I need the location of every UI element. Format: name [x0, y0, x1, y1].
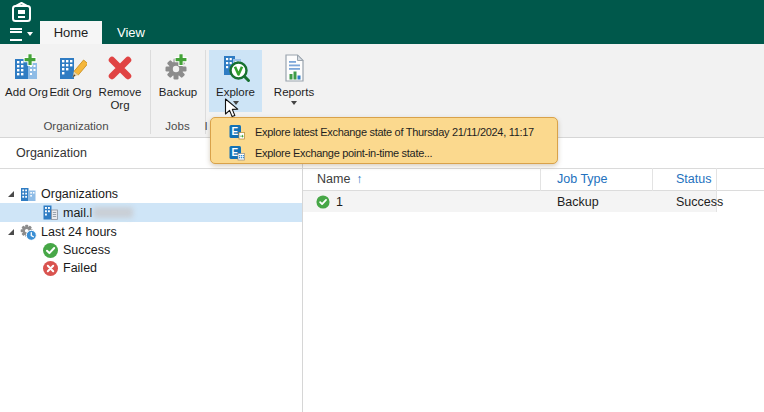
tree-item-mail-org[interactable]: mail.l	[0, 203, 302, 222]
success-icon	[42, 242, 59, 259]
titlebar: Home View	[0, 0, 764, 44]
chevron-down-icon	[27, 32, 33, 36]
row-success-icon	[316, 195, 330, 209]
redacted-text	[93, 207, 133, 218]
backup-label: Backup	[159, 86, 197, 99]
tree-item-label: Failed	[63, 261, 97, 275]
main-menu-button[interactable]	[10, 26, 36, 42]
tree-item-success[interactable]: Success	[0, 241, 302, 259]
edit-org-button[interactable]: Edit Org	[49, 50, 92, 112]
reports-icon	[278, 52, 310, 84]
sidebar-splitter[interactable]	[302, 139, 303, 412]
explore-dropdown-menu: E Explore latest Exchange state of Thurs…	[210, 117, 558, 164]
edit-org-icon	[55, 52, 87, 84]
column-header-name[interactable]: Name↑	[317, 172, 362, 186]
remove-org-label: Remove Org	[94, 86, 146, 112]
failed-icon	[42, 260, 59, 277]
tree-item-label: Organizations	[41, 187, 118, 201]
add-org-label: Add Org	[5, 86, 48, 99]
hamburger-icon	[10, 28, 22, 41]
menu-item-explore-latest[interactable]: E Explore latest Exchange state of Thurs…	[221, 122, 551, 141]
reports-label: Reports	[274, 86, 314, 99]
app-window: Home View Add Org	[0, 0, 764, 412]
remove-org-button[interactable]: Remove Org	[94, 50, 146, 112]
remove-org-icon	[104, 52, 136, 84]
tab-home-label: Home	[54, 25, 89, 40]
panel-divider	[0, 168, 764, 169]
menu-item-explore-point-in-time[interactable]: E Explore Exchange point-in-time state..…	[221, 143, 551, 162]
tree-item-label: mail.l	[63, 206, 92, 220]
group-label-organization: Organization	[4, 120, 148, 135]
column-header-job-type[interactable]: Job Type	[557, 172, 608, 186]
backup-button[interactable]: Backup	[153, 50, 203, 112]
tab-view[interactable]: View	[102, 21, 160, 44]
organization-icon	[42, 204, 59, 221]
explore-icon	[220, 52, 252, 84]
organizations-icon	[20, 186, 37, 203]
exchange-point-in-time-icon: E	[229, 145, 245, 161]
sidebar-header: Organization	[16, 146, 87, 160]
cell-name: 1	[336, 195, 343, 209]
tab-home[interactable]: Home	[40, 21, 102, 44]
cell-job-type: Backup	[557, 195, 599, 209]
cell-status: Success	[676, 195, 723, 209]
tree-item-failed[interactable]: Failed	[0, 259, 302, 277]
expand-arrow-icon[interactable]	[8, 191, 14, 197]
tree-item-last-24-hours[interactable]: Last 24 hours	[0, 223, 302, 241]
tree-item-label: Last 24 hours	[41, 225, 117, 239]
reports-dropdown-caret-icon[interactable]	[291, 101, 297, 105]
expand-arrow-icon[interactable]	[8, 229, 14, 235]
tree-item-organizations[interactable]: Organizations	[0, 185, 302, 203]
tab-view-label: View	[117, 25, 145, 40]
reports-button[interactable]: Reports	[266, 50, 322, 112]
backup-icon	[162, 52, 194, 84]
last-24-hours-icon	[20, 224, 37, 241]
menu-item-label: Explore latest Exchange state of Thursda…	[255, 126, 534, 138]
svg-text:E: E	[232, 126, 239, 137]
cursor-pointer-icon	[224, 98, 239, 123]
add-org-icon	[11, 52, 43, 84]
svg-text:E: E	[232, 147, 239, 158]
add-org-button[interactable]: Add Org	[5, 50, 48, 112]
tree-item-label: Success	[63, 243, 110, 257]
exchange-latest-icon: E	[229, 124, 245, 140]
edit-org-label: Edit Org	[49, 86, 91, 99]
sort-asc-icon: ↑	[356, 172, 362, 186]
group-separator	[150, 50, 151, 134]
column-header-status[interactable]: Status	[676, 172, 711, 186]
menu-item-label: Explore Exchange point-in-time state...	[255, 147, 432, 159]
app-logo-icon	[9, 2, 37, 23]
table-row[interactable]: 1	[303, 191, 716, 212]
